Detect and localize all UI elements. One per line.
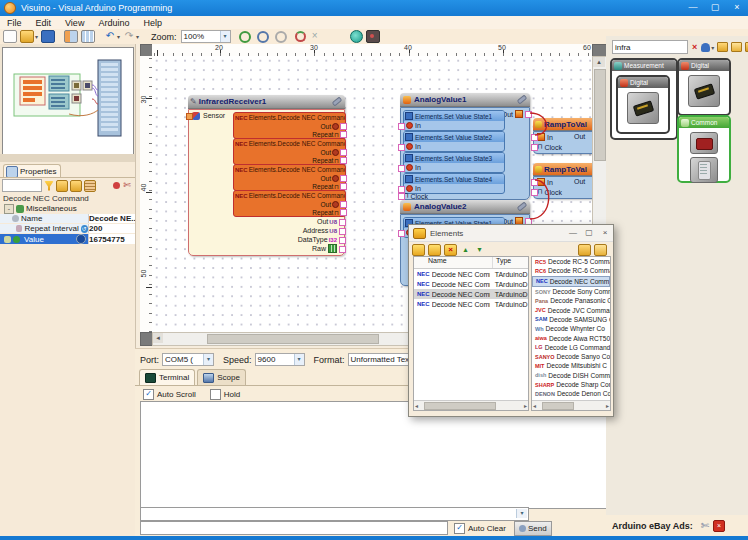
infrared-header[interactable]: ✎ InfraredReceiver1 <box>188 95 345 109</box>
element-type-row[interactable]: aiwaDecode Aiwa RCT50 <box>532 333 610 342</box>
subcategory-digital[interactable]: Digital <box>616 75 670 134</box>
element-row[interactable]: NEC Decode NEC Command1 TArduinoD <box>414 269 528 279</box>
hscroll-thumb[interactable] <box>424 402 496 410</box>
nec-element-3[interactable]: NECElements.Decode NEC Command3 Out Repe… <box>233 164 346 191</box>
remote-control-component-icon[interactable] <box>690 157 718 183</box>
collapse-group-icon[interactable]: - <box>4 204 14 214</box>
element-type-row[interactable]: SAMDecode SAMSUNG C <box>532 315 610 324</box>
analog2-header[interactable]: AnalogValue2 <box>400 200 530 214</box>
zoom-combobox[interactable]: 100% ▾ <box>181 30 231 43</box>
scroll-up-icon[interactable]: ▴ <box>593 57 605 67</box>
undo-icon[interactable]: ↶ <box>104 31 116 42</box>
clear-search-icon[interactable]: × <box>692 42 697 52</box>
ramp-in-pin[interactable] <box>531 134 538 141</box>
nec-element-1[interactable]: NECElements.Decode NEC Command1 Out Repe… <box>233 112 346 139</box>
snapshot-icon[interactable] <box>366 30 380 43</box>
wrench-icon[interactable] <box>332 96 343 106</box>
analog1-header[interactable]: AnalogValue1 <box>400 93 530 107</box>
ramp2-header[interactable]: RampToVal <box>533 163 592 176</box>
send-input[interactable] <box>140 521 448 535</box>
delete-icon[interactable]: × <box>309 31 321 42</box>
component-ramp-to-value-2[interactable]: RampToVal In Out ⊓Clock <box>533 163 592 199</box>
ramp-clock-pin[interactable] <box>531 144 538 151</box>
element-row[interactable]: NEC Decode NEC Command2 TArduinoD <box>414 279 528 289</box>
hscroll-thumb[interactable] <box>207 334 379 344</box>
minimize-button[interactable]: — <box>682 0 704 16</box>
send-button[interactable]: Send <box>514 521 552 536</box>
elements-list[interactable]: Name Type NEC Decode NEC Command1 TArdui… <box>413 256 529 411</box>
filter-user-icon[interactable] <box>701 43 710 52</box>
autoclear-checkbox[interactable]: ✓ <box>454 523 465 534</box>
clock-pin[interactable] <box>398 193 405 200</box>
properties-close-icon[interactable]: ✄ <box>122 181 132 191</box>
element-type-row[interactable]: RC5Decode RC-5 Comma <box>532 257 610 266</box>
sensor-pin[interactable] <box>186 113 193 120</box>
out-pin[interactable] <box>340 149 347 156</box>
ramp1-header[interactable]: RampToVal <box>533 118 592 131</box>
terminal-command-combo[interactable]: ▾ <box>140 507 529 521</box>
types-list-hscrollbar[interactable]: ◂ ▸ <box>532 400 610 410</box>
add-special-element-icon[interactable] <box>428 244 441 256</box>
nec-element-4[interactable]: NECElements.Decode NEC Command4 Out Repe… <box>233 190 346 217</box>
column-type[interactable]: Type <box>493 257 511 268</box>
component-analog-value-1[interactable]: AnalogValue1 Out Elements.Set Value Stat… <box>400 93 530 200</box>
vscroll-thumb[interactable] <box>594 69 606 161</box>
wrench-icon[interactable] <box>517 201 528 211</box>
filter-dropdown-icon[interactable]: ▾ <box>711 44 714 51</box>
hscroll-thumb[interactable] <box>542 402 574 410</box>
element-row-selected[interactable]: NEC Decode NEC Command3 TArduinoD <box>414 289 528 299</box>
category-measurement[interactable]: Measurement Digital <box>610 58 678 140</box>
menu-file[interactable]: File <box>0 18 29 28</box>
repeat-pin[interactable] <box>340 157 347 164</box>
category-common[interactable]: Common <box>677 115 731 183</box>
set-value-element-1[interactable]: Elements.Set Value State1 In <box>403 110 505 131</box>
port-dropdown-icon[interactable]: ▾ <box>203 354 213 365</box>
repeat-pin[interactable] <box>340 131 347 138</box>
new-project-icon[interactable] <box>3 30 17 43</box>
element-type-row[interactable]: DENONDecode Denon Comm <box>532 389 610 398</box>
zoom-reset-icon[interactable] <box>275 31 287 43</box>
tab-terminal[interactable]: Terminal <box>139 369 195 385</box>
in-pin[interactable] <box>398 230 405 237</box>
properties-filter-input[interactable] <box>2 179 42 192</box>
element-type-row[interactable]: PanaDecode Panasonic C <box>532 296 610 305</box>
arrange-icon[interactable] <box>84 180 96 192</box>
terminal-output[interactable] <box>140 401 608 509</box>
dialog-minimize-button[interactable]: — <box>565 227 581 239</box>
property-row-repeat-interval[interactable]: Repeat Interval↺ 200 <box>0 224 135 233</box>
refresh-icon[interactable] <box>295 31 306 42</box>
filter-funnel-icon[interactable] <box>44 181 54 191</box>
element-type-row-selected[interactable]: NECDecode NEC Comma <box>532 276 610 287</box>
analog1-out-pin[interactable] <box>525 111 532 118</box>
menu-help[interactable]: Help <box>136 18 169 28</box>
ramp-in-pin[interactable] <box>531 179 538 186</box>
ads-scissors-icon[interactable]: ✄ <box>701 520 709 531</box>
toggle-grid-icon[interactable] <box>81 30 95 43</box>
expand-categories-icon[interactable] <box>717 42 728 52</box>
hold-checkbox[interactable] <box>210 389 221 400</box>
element-type-row[interactable]: JVCDecode JVC Comman <box>532 305 610 314</box>
in-pin[interactable] <box>398 144 405 151</box>
delete-element-icon[interactable]: × <box>444 244 457 256</box>
collapse-palette-icon[interactable] <box>594 244 607 256</box>
zoom-out-icon[interactable] <box>257 31 269 43</box>
elements-dialog-titlebar[interactable]: Elements — ▢ × <box>409 225 613 242</box>
set-value-element-2[interactable]: Elements.Set Value State2 In <box>403 131 505 152</box>
menu-view[interactable]: View <box>58 18 91 28</box>
speed-combobox[interactable]: 9600 ▾ <box>255 353 305 366</box>
undo-dropdown-icon[interactable]: ▾ <box>117 33 120 40</box>
open-project-icon[interactable] <box>20 30 34 43</box>
repeat-sync-icon[interactable]: ↺ <box>81 225 88 233</box>
scroll-left-icon[interactable]: ◂ <box>415 402 418 409</box>
speed-dropdown-icon[interactable]: ▾ <box>294 354 304 365</box>
menu-arduino[interactable]: Arduino <box>91 18 136 28</box>
out-pin[interactable] <box>340 201 347 208</box>
element-type-row[interactable]: WhDecode Whynter Co <box>532 324 610 333</box>
repeat-pin[interactable] <box>340 183 347 190</box>
scroll-right-icon[interactable]: ▸ <box>524 402 527 409</box>
datatype-pin[interactable] <box>339 237 346 244</box>
scroll-left-icon[interactable]: ◂ <box>533 402 536 409</box>
element-type-row[interactable]: dishDecode DISH Comma <box>532 371 610 380</box>
tab-scope[interactable]: Scope <box>197 369 246 385</box>
in-pin[interactable] <box>398 123 405 130</box>
